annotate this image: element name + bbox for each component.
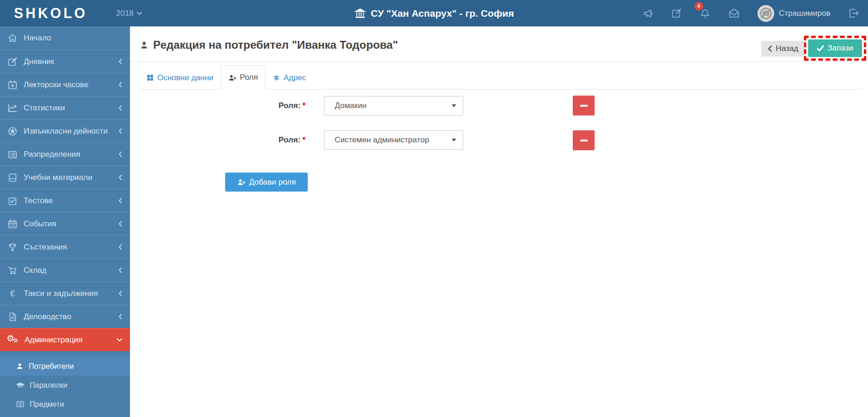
submenu-item-classes[interactable]: Паралелки: [0, 376, 130, 395]
tab-label: Основни данни: [157, 73, 214, 83]
submenu-item-users[interactable]: Потребители: [0, 357, 130, 376]
check-icon: [817, 45, 824, 51]
sidebar-item-competitions[interactable]: Състезания: [0, 235, 130, 258]
avatar: [758, 5, 774, 22]
header-actions: 4 Страшимиров: [642, 0, 860, 26]
sidebar-item-label: Такси и задължения: [24, 289, 98, 298]
sidebar-item-lecture-hours[interactable]: Лекторски часове: [0, 73, 130, 96]
sidebar-item-extracurricular[interactable]: Извънкласни дейности: [0, 119, 130, 142]
graduation-cap-icon: [16, 381, 25, 390]
compose-icon[interactable]: [671, 8, 682, 19]
role-select-value: Домакин: [335, 101, 367, 110]
check-square-icon: [7, 196, 18, 206]
minus-icon: [580, 140, 588, 141]
year-selector[interactable]: 2018: [116, 9, 142, 18]
chevron-down-icon: [117, 338, 123, 342]
tab-basic-data[interactable]: Основни данни: [139, 65, 221, 90]
back-button[interactable]: Назад: [761, 41, 805, 57]
signpost-icon: [273, 74, 280, 82]
sidebar-item-fees[interactable]: € Такси и задължения: [0, 282, 130, 305]
add-role-button-label: Добави роля: [249, 178, 296, 187]
sidebar-item-label: Състезания: [24, 243, 67, 252]
file-text-icon: [7, 312, 18, 322]
sidebar: Начало Дневник Лекторски часове: [0, 26, 130, 417]
school-title: СУ "Хан Аспарух" - гр. София: [354, 7, 514, 19]
role-select[interactable]: Системен администратор: [324, 130, 463, 150]
logout-icon[interactable]: [848, 7, 860, 19]
chevron-left-icon: [118, 221, 123, 227]
top-header: SHKOLO 2018 СУ "Хан Аспарух" - гр. София: [0, 0, 868, 26]
role-select-value: Системен администратор: [335, 135, 429, 145]
chevron-left-icon: [768, 45, 772, 52]
back-button-label: Назад: [776, 44, 798, 53]
book-icon: [7, 173, 18, 183]
page-title-text: Редакция на потребител "Иванка Тодорова": [153, 38, 398, 51]
gears-icon: ⚙⚙: [7, 334, 19, 346]
chevron-left-icon: [118, 198, 123, 204]
sidebar-item-label: Извънкласни дейности: [24, 127, 108, 136]
tab-bar: Основни данни Роля Адрес: [139, 65, 862, 90]
user-icon: [139, 40, 149, 50]
user-plus-icon: [237, 179, 246, 186]
remove-role-button[interactable]: [573, 96, 595, 115]
caret-down-icon: [452, 139, 456, 141]
sidebar-item-distributions[interactable]: Разпределения: [0, 142, 130, 166]
sidebar-item-warehouse[interactable]: Склад: [0, 258, 130, 282]
sidebar-item-tests[interactable]: Тестове: [0, 189, 130, 212]
chevron-left-icon: [118, 105, 123, 111]
submenu-item-subjects[interactable]: Предмети: [0, 395, 130, 414]
home-icon: [7, 33, 18, 43]
add-role-button[interactable]: Добави роля: [225, 173, 308, 192]
submenu-item-label: Предмети: [30, 400, 64, 409]
tab-label: Роля: [240, 73, 258, 82]
user-icon: [16, 362, 24, 370]
chevron-left-icon: [118, 314, 123, 320]
sidebar-item-home[interactable]: Начало: [0, 26, 130, 50]
main-content: Редакция на потребител "Иванка Тодорова"…: [130, 26, 868, 417]
open-book-icon: [16, 400, 25, 409]
sidebar-item-statistics[interactable]: Статистики: [0, 96, 130, 119]
line-chart-icon: [7, 103, 18, 113]
role-select[interactable]: Домакин: [324, 96, 463, 115]
bell-icon[interactable]: 4: [700, 8, 711, 19]
list-icon: [7, 149, 18, 160]
user-plus-icon: [228, 74, 236, 81]
app-logo[interactable]: SHKOLO: [0, 5, 116, 21]
chevron-left-icon: [118, 244, 123, 250]
journal-icon: [7, 57, 18, 67]
sidebar-item-journal[interactable]: Дневник: [0, 50, 130, 73]
required-asterisk: *: [302, 101, 305, 110]
soccer-ball-icon: [7, 126, 18, 136]
tab-address[interactable]: Адрес: [266, 65, 314, 90]
sidebar-item-label: Лекторски часове: [24, 80, 89, 90]
sidebar-item-materials[interactable]: Учебни материали: [0, 166, 130, 189]
user-menu[interactable]: Страшимиров: [758, 5, 830, 22]
mail-icon[interactable]: [728, 7, 740, 19]
required-asterisk: *: [302, 135, 305, 144]
chevron-left-icon: [118, 290, 123, 296]
euro-icon: €: [7, 289, 18, 299]
chevron-left-icon: [118, 82, 123, 88]
megaphone-icon[interactable]: [642, 8, 654, 19]
page-title: Редакция на потребител "Иванка Тодорова": [139, 38, 398, 51]
save-button[interactable]: Запази: [808, 39, 862, 57]
year-value: 2018: [116, 9, 134, 18]
sidebar-item-administration[interactable]: ⚙⚙ Администрация: [0, 328, 130, 351]
cart-icon: [7, 265, 18, 276]
remove-role-button[interactable]: [573, 130, 595, 150]
sidebar-item-label: Начало: [24, 33, 51, 43]
content-header: Редакция на потребител "Иванка Тодорова"…: [130, 26, 868, 62]
sidebar-item-label: Администрация: [25, 335, 83, 345]
sidebar-item-label: Дневник: [24, 57, 54, 66]
submenu-item-label: Паралелки: [30, 381, 67, 390]
sidebar-item-events[interactable]: События: [0, 212, 130, 235]
sidebar-item-label: Разпределения: [24, 150, 80, 159]
save-button-label: Запази: [828, 44, 853, 53]
role-label-text: Роля:: [279, 135, 300, 144]
tab-role[interactable]: Роля: [221, 65, 266, 90]
calendar-icon: [7, 219, 18, 229]
sidebar-item-records[interactable]: Деловодство: [0, 305, 130, 328]
tab-label: Адрес: [284, 73, 306, 83]
calendar-plus-icon: [7, 80, 18, 90]
trophy-icon: [7, 242, 18, 252]
